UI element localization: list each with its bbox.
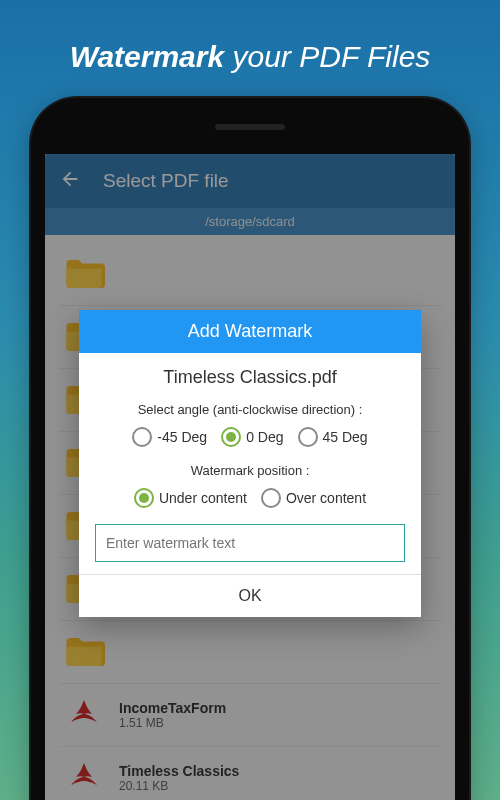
position-over-radio[interactable]: Over content bbox=[261, 488, 366, 508]
radio-icon bbox=[298, 427, 318, 447]
radio-label: -45 Deg bbox=[157, 429, 207, 445]
radio-icon bbox=[261, 488, 281, 508]
watermark-text-input[interactable] bbox=[95, 524, 405, 562]
app-screen: Select PDF file /storage/sdcard bbox=[45, 154, 455, 800]
radio-label: 45 Deg bbox=[323, 429, 368, 445]
angle-label: Select angle (anti-clockwise direction) … bbox=[95, 402, 405, 417]
angle-0-radio[interactable]: 0 Deg bbox=[221, 427, 283, 447]
promo-title: Watermark your PDF Files bbox=[0, 0, 500, 98]
phone-speaker bbox=[215, 124, 285, 130]
radio-icon bbox=[221, 427, 241, 447]
position-label: Watermark position : bbox=[95, 463, 405, 478]
angle-neg45-radio[interactable]: -45 Deg bbox=[132, 427, 207, 447]
ok-button[interactable]: OK bbox=[79, 574, 421, 617]
dialog-filename: Timeless Classics.pdf bbox=[95, 367, 405, 388]
position-under-radio[interactable]: Under content bbox=[134, 488, 247, 508]
promo-bold: Watermark bbox=[70, 40, 225, 73]
dialog-title: Add Watermark bbox=[79, 310, 421, 353]
add-watermark-dialog: Add Watermark Timeless Classics.pdf Sele… bbox=[79, 310, 421, 617]
angle-radio-group: -45 Deg 0 Deg 45 Deg bbox=[95, 427, 405, 447]
angle-45-radio[interactable]: 45 Deg bbox=[298, 427, 368, 447]
promo-rest: your PDF Files bbox=[224, 40, 430, 73]
radio-icon bbox=[132, 427, 152, 447]
dialog-body: Timeless Classics.pdf Select angle (anti… bbox=[79, 353, 421, 574]
radio-label: 0 Deg bbox=[246, 429, 283, 445]
radio-label: Over content bbox=[286, 490, 366, 506]
radio-icon bbox=[134, 488, 154, 508]
radio-label: Under content bbox=[159, 490, 247, 506]
position-radio-group: Under content Over content bbox=[95, 488, 405, 508]
phone-frame: Select PDF file /storage/sdcard bbox=[31, 98, 469, 800]
